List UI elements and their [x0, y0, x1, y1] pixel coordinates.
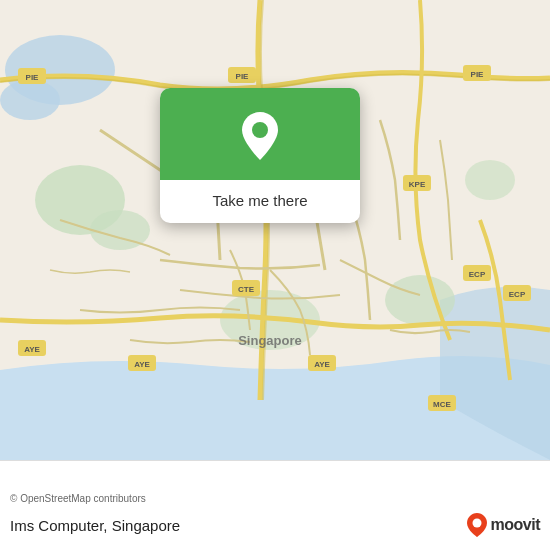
svg-point-2 [0, 80, 60, 120]
place-info: Ims Computer, Singapore moovit [0, 508, 550, 540]
svg-point-33 [472, 519, 481, 528]
svg-text:PIE: PIE [471, 70, 485, 79]
svg-text:KPE: KPE [409, 180, 426, 189]
svg-text:PIE: PIE [236, 72, 250, 81]
svg-point-32 [252, 122, 268, 138]
moovit-pin-icon [466, 512, 488, 538]
svg-text:ECP: ECP [469, 270, 486, 279]
svg-point-6 [385, 275, 455, 325]
place-name: Ims Computer, Singapore [10, 517, 466, 534]
svg-text:MCE: MCE [433, 400, 451, 409]
bottom-bar: © OpenStreetMap contributors Ims Compute… [0, 460, 550, 550]
popup-header [160, 88, 360, 180]
moovit-logo: moovit [466, 512, 540, 538]
popup-card: Take me there [160, 88, 360, 223]
svg-text:AYE: AYE [24, 345, 40, 354]
moovit-brand-text: moovit [491, 516, 540, 534]
take-me-there-button[interactable]: Take me there [174, 190, 346, 211]
map-container[interactable]: PIE PIE PIE CTE KPE AYE AYE AYE ECP ECP [0, 0, 550, 460]
svg-text:AYE: AYE [314, 360, 330, 369]
app: PIE PIE PIE CTE KPE AYE AYE AYE ECP ECP [0, 0, 550, 550]
svg-text:Singapore: Singapore [238, 333, 302, 348]
svg-text:PIE: PIE [26, 73, 40, 82]
map-background: PIE PIE PIE CTE KPE AYE AYE AYE ECP ECP [0, 0, 550, 460]
attribution-text: © OpenStreetMap contributors [0, 487, 550, 508]
svg-text:AYE: AYE [134, 360, 150, 369]
svg-text:ECP: ECP [509, 290, 526, 299]
popup-body: Take me there [160, 180, 360, 223]
svg-point-7 [465, 160, 515, 200]
location-pin-icon [238, 110, 282, 162]
svg-text:CTE: CTE [238, 285, 255, 294]
